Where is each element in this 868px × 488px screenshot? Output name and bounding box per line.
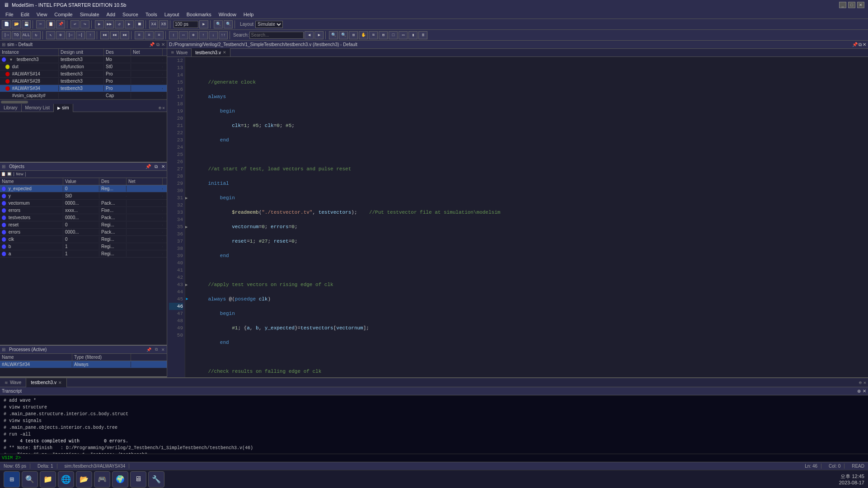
obj-pin[interactable]: 📌 bbox=[145, 164, 151, 169]
tb2-more3[interactable]: ⊕ bbox=[189, 31, 198, 39]
maximize-button[interactable]: □ bbox=[848, 2, 855, 8]
taskbar-search[interactable]: 🔍 bbox=[22, 471, 38, 488]
obj-row[interactable]: a 1 Regi... bbox=[0, 250, 167, 258]
tb-run-length[interactable]: ▶ bbox=[199, 20, 208, 28]
tb-cut[interactable]: ✂ bbox=[36, 20, 45, 28]
code-editor[interactable]: 12131415161718 19202122232425 2627282930… bbox=[167, 57, 868, 377]
minimize-button[interactable]: _ bbox=[839, 2, 846, 8]
obj-tb-new[interactable]: New bbox=[16, 172, 23, 177]
menu-window[interactable]: Window bbox=[215, 11, 240, 18]
menu-compile[interactable]: Compile bbox=[51, 11, 76, 18]
tb2-f2[interactable]: □ bbox=[389, 31, 398, 39]
tb2-1[interactable]: |→ bbox=[2, 31, 11, 39]
obj-tb-2[interactable]: 🔲 bbox=[7, 172, 12, 177]
editor-float[interactable]: ⧉ bbox=[859, 42, 862, 47]
tb-paste[interactable]: 📌 bbox=[56, 20, 65, 28]
taskbar-browser[interactable]: 🌐 bbox=[58, 471, 74, 488]
tb2-wave-op2[interactable]: ≡ bbox=[145, 31, 154, 39]
sim-panel-float[interactable]: ⧉ bbox=[156, 42, 160, 47]
menu-edit[interactable]: Edit bbox=[17, 11, 33, 18]
taskbar-app1[interactable]: 🖥 bbox=[130, 471, 146, 488]
obj-row[interactable]: y_expected 0 Reg... bbox=[0, 185, 167, 192]
close-button[interactable]: ✕ bbox=[857, 2, 864, 8]
editor-close[interactable]: ✕ bbox=[863, 42, 866, 47]
testbench-tab-close[interactable]: ✕ bbox=[58, 380, 62, 385]
tb-stop[interactable]: ⏹ bbox=[135, 20, 144, 28]
tb-wave-zoom-in[interactable]: 🔍 bbox=[214, 20, 223, 28]
transcript-header-expand[interactable]: ⊕ bbox=[857, 389, 861, 394]
tb2-zoomin[interactable]: 🔍 bbox=[329, 31, 338, 39]
obj-row[interactable]: errors 0000... Pack... bbox=[0, 229, 167, 236]
tb-compile-all[interactable]: ▶▶ bbox=[105, 20, 114, 28]
menu-simulate[interactable]: Simulate bbox=[76, 11, 103, 18]
menu-file[interactable]: File bbox=[2, 11, 17, 18]
sim-row[interactable]: #ALWAYS#14 testbench3 Pro bbox=[0, 70, 167, 78]
tb2-f3[interactable]: ▭ bbox=[399, 31, 408, 39]
tb-save[interactable]: 💾 bbox=[22, 20, 31, 28]
proc-float[interactable]: ⧉ bbox=[155, 347, 158, 352]
tab-testbench[interactable]: testbench3.v ✕ bbox=[192, 48, 230, 56]
tb2-zoomout[interactable]: 🔍 bbox=[339, 31, 348, 39]
tb-x8[interactable]: X8 bbox=[159, 20, 168, 28]
tab-close-icon[interactable]: ✕ bbox=[223, 50, 226, 55]
tb2-pan[interactable]: ✋ bbox=[359, 31, 368, 39]
memory-list-tab[interactable]: Memory List bbox=[22, 104, 54, 112]
blt-expand[interactable]: ⊕ bbox=[159, 105, 161, 111]
tb-copy[interactable]: 📋 bbox=[46, 20, 55, 28]
proc-pin[interactable]: 📌 bbox=[146, 347, 151, 352]
obj-row[interactable]: clk 0 Regi... bbox=[0, 236, 167, 243]
sim-row[interactable]: ▼ testbench3 testbench3 Mo bbox=[0, 56, 167, 63]
tb2-step2[interactable]: ⏭ bbox=[110, 31, 119, 39]
taskbar-globe[interactable]: 🌍 bbox=[112, 471, 128, 488]
testbench-tab[interactable]: testbench3.v ✕ bbox=[26, 378, 67, 387]
tb2-zoomfit[interactable]: ⊞ bbox=[349, 31, 358, 39]
sim-time-input[interactable] bbox=[174, 21, 198, 28]
obj-row[interactable]: reset 0 Regi... bbox=[0, 221, 167, 229]
blt-close[interactable]: ✕ bbox=[162, 105, 165, 111]
sim-panel-close[interactable]: ✕ bbox=[161, 42, 165, 47]
tb2-more1[interactable]: ↕ bbox=[169, 31, 178, 39]
tb2-cursor[interactable]: ↖ bbox=[46, 31, 55, 39]
sim-scrollbar[interactable] bbox=[0, 99, 167, 104]
tb2-run2[interactable]: ↻ bbox=[32, 31, 41, 39]
tb2-h1[interactable]: |← bbox=[66, 31, 75, 39]
tb-redo[interactable]: ↪ bbox=[80, 20, 89, 28]
taskbar-game[interactable]: 🎮 bbox=[94, 471, 110, 488]
tb2-step3[interactable]: ⏭ bbox=[120, 31, 129, 39]
tb-new[interactable]: 📄 bbox=[2, 20, 11, 28]
search-prev[interactable]: ◀ bbox=[305, 31, 314, 39]
tb-open[interactable]: 📂 bbox=[12, 20, 21, 28]
sim-tab[interactable]: ▶ sim bbox=[54, 104, 73, 112]
menu-tools[interactable]: Tools bbox=[142, 11, 161, 18]
editor-pin[interactable]: 📌 bbox=[852, 42, 858, 47]
obj-tb-1[interactable]: 📋 bbox=[1, 172, 6, 177]
tb2-step[interactable]: ⏭ bbox=[100, 31, 109, 39]
tb2-more2[interactable]: ↔ bbox=[179, 31, 188, 39]
sim-row[interactable]: dut sillyfunction St0 bbox=[0, 63, 167, 70]
tb-restart[interactable]: ↺ bbox=[115, 20, 124, 28]
taskbar-explorer[interactable]: 📂 bbox=[76, 471, 92, 488]
sim-row-selected[interactable]: #ALWAYS#34 testbench3 Pro bbox=[0, 85, 167, 92]
sim-panel-pin[interactable]: 📌 bbox=[149, 42, 155, 47]
transcript-content[interactable]: # add wave * # view structure # .main_pa… bbox=[0, 395, 868, 454]
obj-close[interactable]: ✕ bbox=[161, 164, 165, 169]
obj-float[interactable]: ⧉ bbox=[155, 164, 158, 169]
sim-row[interactable]: #vsim_capacity# Cap bbox=[0, 92, 167, 99]
tb2-wave-op1[interactable]: ≡ bbox=[135, 31, 144, 39]
tb2-more6[interactable]: ↑↑ bbox=[219, 31, 228, 39]
menu-layout[interactable]: Layout bbox=[161, 11, 183, 18]
tb2-to[interactable]: TO bbox=[12, 31, 21, 39]
tb2-wave-op3[interactable]: ≡ bbox=[155, 31, 164, 39]
obj-row[interactable]: testvectors 0000... Pack... bbox=[0, 214, 167, 221]
menu-help[interactable]: Help bbox=[240, 11, 258, 18]
wave-tab[interactable]: ≋ Wave bbox=[0, 378, 26, 387]
tb2-zoom[interactable]: ⊕ bbox=[56, 31, 65, 39]
tb2-all[interactable]: ALL bbox=[22, 31, 31, 39]
taskbar-app2[interactable]: 🔧 bbox=[148, 471, 164, 488]
menu-bookmarks[interactable]: Bookmarks bbox=[183, 11, 215, 18]
start-button[interactable]: ⊞ bbox=[4, 471, 20, 488]
tb2-f5[interactable]: ≣ bbox=[418, 31, 427, 39]
search-input[interactable] bbox=[249, 32, 304, 39]
code-content[interactable]: //generate clock always begin clk=1; #5;… bbox=[192, 57, 868, 377]
library-tab[interactable]: Library bbox=[0, 104, 22, 112]
